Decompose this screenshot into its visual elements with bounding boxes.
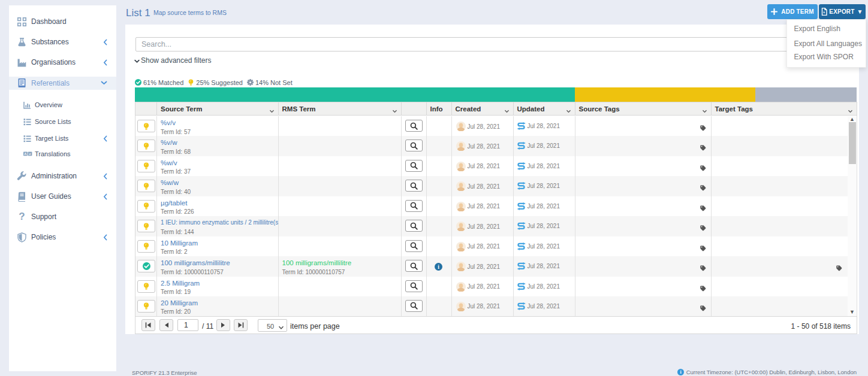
svg-text:i: i xyxy=(438,264,439,270)
svg-text:z: z xyxy=(29,152,31,156)
